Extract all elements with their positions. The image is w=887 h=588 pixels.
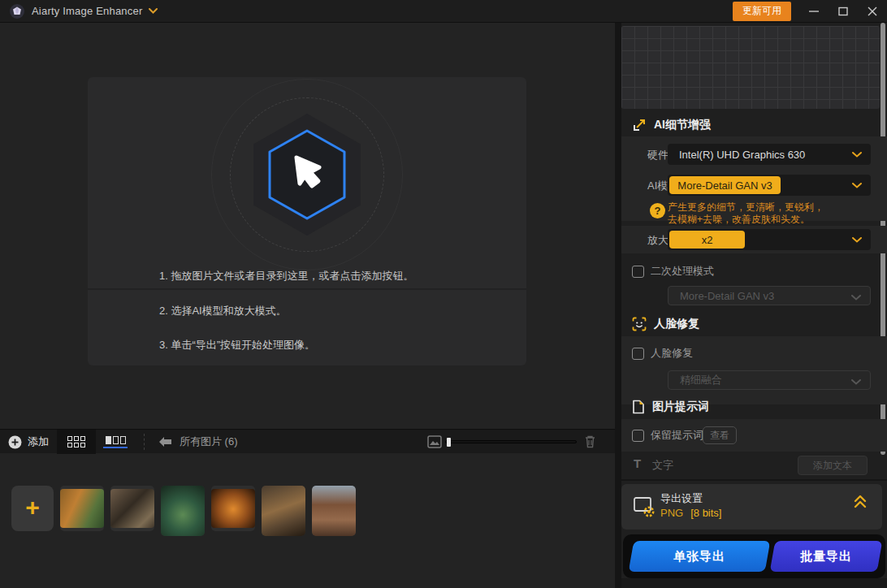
list-toolbar: 添加 所有图片 (6) — [0, 429, 615, 453]
instruction-step-2: 2. 选择AI模型和放大模式。 — [159, 304, 287, 318]
secondary-model-dropdown-disabled: More-Detail GAN v3 — [668, 286, 871, 305]
main-area: 1. 拖放图片文件或者目录到这里，或者点击添加按钮。 2. 选择AI模型和放大模… — [0, 23, 615, 588]
text-label: 文字 — [652, 458, 673, 473]
app-menu-chevron-down-icon[interactable] — [149, 8, 158, 14]
section-header-face: 人脸修复 — [632, 316, 699, 332]
grid-view-button[interactable] — [57, 430, 96, 454]
section-header-prompt: 图片提示词 — [632, 399, 709, 415]
enhance-panel: 硬件 Intel(R) UHD Graphics 630 AI模型 More-D… — [621, 136, 887, 221]
enhance-expand-icon — [632, 118, 647, 132]
transparency-preview-grid — [621, 26, 880, 109]
instruction-step-3: 3. 单击“导出”按钮开始处理图像。 — [159, 338, 315, 352]
thumbnail-steampunk-dog[interactable] — [262, 486, 305, 536]
close-button[interactable] — [858, 0, 887, 23]
collapse-double-chevron-up-icon[interactable] — [854, 495, 867, 509]
settings-panel: AI细节增强 硬件 Intel(R) UHD Graphics 630 AI模型… — [621, 23, 887, 588]
prompt-title: 图片提示词 — [652, 400, 709, 414]
thumbnail-size-icon — [427, 435, 442, 448]
app-window: Aiarty Image Enhancer 更新可用 1. 拖放图片文件或者目录… — [0, 0, 887, 588]
filmstrip-view-icon — [106, 436, 126, 444]
back-arrow-icon — [159, 436, 172, 447]
app-title: Aiarty Image Enhancer — [32, 5, 142, 17]
export-buttons-bar: 单张导出 批量导出 — [623, 534, 885, 578]
divider — [88, 288, 526, 290]
export-settings-gear-icon — [632, 495, 656, 519]
face-restore-icon — [632, 317, 647, 331]
titlebar: Aiarty Image Enhancer 更新可用 — [0, 0, 887, 23]
model-help-icon[interactable]: ? — [650, 203, 665, 218]
add-image-tile[interactable]: + — [11, 486, 54, 531]
chevron-down-icon — [851, 295, 861, 300]
document-icon — [632, 400, 645, 414]
grid-view-icon — [67, 436, 85, 447]
chevron-down-icon — [852, 237, 862, 243]
delete-trash-icon[interactable] — [584, 435, 596, 448]
divider — [621, 479, 887, 481]
chevron-down-icon — [851, 379, 861, 385]
minimize-button[interactable] — [799, 0, 829, 23]
export-format-value: PNG[8 bits] — [660, 507, 721, 519]
text-row: T 文字 添加文本 — [621, 453, 887, 478]
face-panel: 人脸修复 精细融合 — [621, 336, 887, 404]
thumbnail-burger[interactable] — [211, 486, 255, 531]
ai-model-pill: More-Detail GAN v3 — [669, 176, 781, 194]
ai-model-dropdown[interactable]: More-Detail GAN v3 — [668, 175, 871, 196]
app-logo-icon — [10, 4, 24, 19]
maximize-button[interactable] — [829, 0, 858, 23]
update-available-button[interactable]: 更新可用 — [733, 2, 791, 21]
add-images-button[interactable]: 添加 — [8, 430, 49, 454]
enhance-title: AI细节增强 — [654, 118, 711, 132]
toolbar-separator — [144, 434, 145, 450]
thumbnail-size-slider[interactable] — [445, 440, 577, 443]
face-mode-dropdown-disabled: 精细融合 — [668, 370, 871, 390]
thumbnail-strip: + — [0, 453, 615, 588]
add-button-label: 添加 — [28, 435, 49, 449]
scale-pill: x2 — [669, 231, 745, 249]
circle-plus-icon — [8, 435, 22, 449]
slider-handle[interactable] — [447, 438, 451, 447]
keep-prompt-label: 保留提示词 — [651, 428, 703, 443]
text-tool-icon: T — [634, 456, 641, 470]
plus-icon: + — [25, 497, 40, 518]
drop-hexagon-cursor-icon — [266, 128, 348, 221]
face-mode-value: 精细融合 — [680, 373, 722, 387]
model-description-line2: 去模糊+去噪，改善皮肤和头发。 — [668, 213, 810, 227]
all-images-label: 所有图片 (6) — [180, 435, 238, 449]
active-view-underline — [103, 447, 128, 448]
chevron-down-icon — [852, 152, 862, 158]
batch-export-button[interactable]: 批量导出 — [770, 541, 883, 572]
vertical-divider — [615, 23, 621, 588]
view-prompt-button[interactable]: 查看 — [703, 426, 737, 444]
section-header-enhance: AI细节增强 — [632, 117, 711, 133]
hardware-value: Intel(R) UHD Graphics 630 — [679, 149, 805, 161]
scale-panel: 放大 x2 — [621, 226, 887, 253]
scale-label: 放大 — [647, 233, 668, 248]
all-images-filter[interactable]: 所有图片 (6) — [159, 430, 238, 454]
thumbnail-tiger[interactable] — [60, 486, 104, 531]
image-dropzone[interactable]: 1. 拖放图片文件或者目录到这里，或者点击添加按钮。 2. 选择AI模型和放大模… — [88, 77, 526, 365]
checkbox-box[interactable] — [632, 266, 644, 278]
prompt-panel: 保留提示词 查看 — [621, 419, 887, 452]
face-restore-checkbox[interactable]: 人脸修复 — [632, 346, 693, 361]
instruction-step-1: 1. 拖放图片文件或者目录到这里，或者点击添加按钮。 — [159, 269, 413, 283]
secondary-mode-checkbox[interactable]: 二次处理模式 — [632, 264, 714, 279]
thumbnail-butterfly[interactable] — [110, 486, 154, 531]
checkbox-box[interactable] — [632, 430, 644, 442]
keep-prompt-checkbox[interactable]: 保留提示词 — [632, 428, 703, 443]
add-text-button[interactable]: 添加文本 — [798, 456, 868, 475]
secondary-model-value: More-Detail GAN v3 — [680, 290, 774, 302]
thumbnail-girl-portrait[interactable] — [312, 486, 356, 536]
scale-dropdown[interactable]: x2 — [668, 229, 871, 250]
export-settings-block[interactable]: 导出设置 PNG[8 bits] — [621, 484, 882, 530]
face-restore-label: 人脸修复 — [651, 346, 693, 361]
chevron-down-icon — [852, 183, 862, 188]
secondary-mode-label: 二次处理模式 — [651, 264, 714, 279]
face-title: 人脸修复 — [654, 317, 699, 331]
checkbox-box[interactable] — [632, 348, 644, 360]
filmstrip-view-button[interactable] — [96, 430, 135, 454]
thumbnail-terrarium-jar[interactable] — [161, 486, 205, 536]
single-export-button[interactable]: 单张导出 — [629, 541, 771, 572]
hardware-dropdown[interactable]: Intel(R) UHD Graphics 630 — [668, 144, 871, 165]
bottom-strip — [621, 578, 887, 588]
hardware-label: 硬件 — [647, 148, 668, 162]
